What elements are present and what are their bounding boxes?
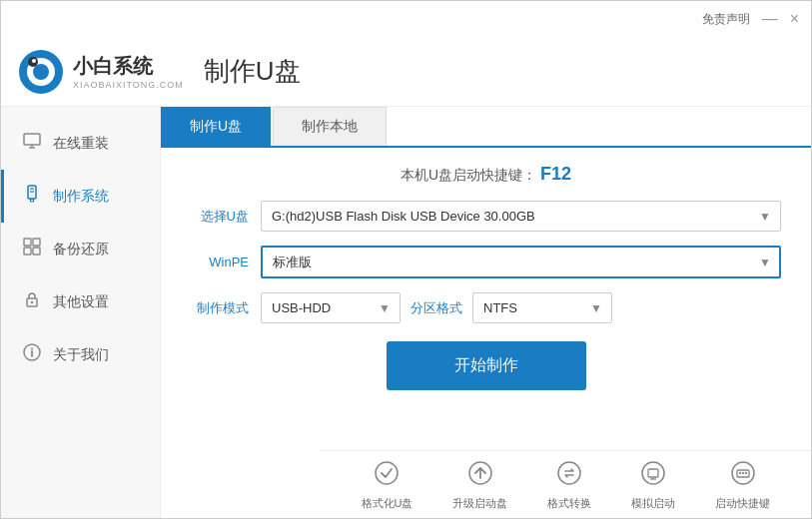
sidebar-label-about-us: 关于我们 — [53, 346, 109, 364]
upgrade-boot-icon — [467, 460, 493, 492]
tab-make-local[interactable]: 制作本地 — [273, 107, 387, 146]
active-bar — [1, 170, 4, 223]
mode-select[interactable]: USB-HDD USB-ZIP — [261, 292, 401, 323]
info-icon — [21, 342, 43, 367]
mode-partition-row: 制作模式 USB-HDD USB-ZIP ▼ 分区格式 NTFS FAT32 — [191, 292, 781, 323]
sidebar-item-make-system[interactable]: 制作系统 — [1, 170, 160, 223]
partition-label: 分区格式 — [410, 299, 462, 317]
svg-rect-14 — [24, 248, 31, 255]
svg-rect-30 — [739, 472, 741, 474]
partition-select[interactable]: NTFS FAT32 exFAT — [472, 292, 612, 323]
backup-icon — [21, 237, 43, 261]
format-usb-icon — [374, 460, 400, 492]
sidebar-label-backup-restore: 备份还原 — [53, 241, 109, 259]
mode-select-container: USB-HDD USB-ZIP ▼ — [261, 292, 401, 323]
usb-select[interactable]: G:(hd2)USB Flash Disk USB Device 30.00GB — [261, 201, 781, 232]
svg-point-17 — [31, 301, 33, 303]
hotkey-value: F12 — [540, 164, 571, 184]
svg-rect-5 — [24, 134, 40, 145]
svg-point-21 — [376, 462, 398, 484]
usb-select-wrapper: G:(hd2)USB Flash Disk USB Device 30.00GB… — [261, 201, 781, 232]
partition-select-container: NTFS FAT32 exFAT ▼ — [472, 292, 612, 323]
boot-hotkey-icon — [730, 460, 756, 492]
disclaimer-link[interactable]: 免责声明 — [702, 11, 750, 28]
tabs: 制作U盘 制作本地 — [161, 107, 811, 148]
winpe-row: WinPE 标准版 全功能版 ▼ — [191, 246, 781, 278]
toolbar-label-boot-hotkey: 启动快捷键 — [715, 496, 770, 511]
main-layout: 在线重装 制作系统 — [1, 107, 811, 519]
usb-icon — [21, 184, 43, 209]
sidebar-item-about-us[interactable]: 关于我们 — [1, 328, 160, 381]
hotkey-prefix: 本机U盘启动快捷键： — [401, 167, 536, 183]
winpe-select-wrapper: 标准版 全功能版 ▼ — [261, 246, 781, 278]
sidebar: 在线重装 制作系统 — [1, 107, 161, 519]
winpe-select-container: 标准版 全功能版 ▼ — [261, 246, 781, 278]
logo-text: 小白系统 XIAOBAIXITONG.COM — [73, 53, 184, 90]
logo-icon — [17, 48, 65, 96]
minimize-button[interactable]: — — [762, 11, 778, 27]
svg-rect-25 — [648, 469, 658, 477]
sidebar-label-make-system: 制作系统 — [53, 188, 109, 206]
svg-rect-13 — [33, 239, 40, 246]
toolbar-item-boot-hotkey[interactable]: 启动快捷键 — [715, 460, 770, 511]
sidebar-label-online-reinstall: 在线重装 — [53, 135, 109, 153]
bottom-toolbar: 格式化U盘 升级启动盘 — [321, 450, 811, 519]
svg-rect-31 — [742, 472, 744, 474]
lock-icon — [21, 289, 43, 314]
winpe-select[interactable]: 标准版 全功能版 — [261, 246, 781, 278]
toolbar-label-upgrade-boot: 升级启动盘 — [452, 496, 507, 511]
svg-rect-15 — [33, 248, 40, 255]
format-convert-icon — [556, 460, 582, 492]
toolbar-label-simulate-boot: 模拟启动 — [631, 496, 675, 511]
svg-rect-12 — [24, 239, 31, 246]
toolbar-item-format-usb[interactable]: 格式化U盘 — [362, 460, 413, 511]
svg-point-20 — [31, 348, 33, 350]
svg-point-23 — [558, 462, 580, 484]
toolbar-item-upgrade-boot[interactable]: 升级启动盘 — [452, 460, 507, 511]
logo-sub: XIAOBAIXITONG.COM — [73, 80, 184, 90]
svg-rect-32 — [745, 472, 747, 474]
svg-point-2 — [33, 64, 49, 80]
logo-area: 小白系统 XIAOBAIXITONG.COM — [17, 48, 184, 96]
simulate-boot-icon — [640, 460, 666, 492]
page-title: 制作U盘 — [204, 54, 301, 89]
toolbar-item-simulate-boot[interactable]: 模拟启动 — [631, 460, 675, 511]
start-make-button[interactable]: 开始制作 — [387, 341, 586, 390]
mode-label: 制作模式 — [191, 299, 261, 317]
winpe-label: WinPE — [191, 255, 261, 269]
sidebar-item-online-reinstall[interactable]: 在线重装 — [1, 117, 160, 170]
svg-rect-9 — [31, 199, 34, 202]
svg-point-4 — [32, 59, 36, 63]
monitor-icon — [21, 131, 43, 156]
content-area: 制作U盘 制作本地 本机U盘启动快捷键： F12 选择U盘 G:(hd2)USB… — [161, 107, 811, 519]
toolbar-label-format-convert: 格式转换 — [547, 496, 591, 511]
svg-point-24 — [642, 462, 664, 484]
toolbar-item-format-convert[interactable]: 格式转换 — [547, 460, 591, 511]
titlebar-actions: 免责声明 — × — [702, 11, 799, 28]
form-area: 本机U盘启动快捷键： F12 选择U盘 G:(hd2)USB Flash Dis… — [161, 148, 811, 406]
usb-select-row: 选择U盘 G:(hd2)USB Flash Disk USB Device 30… — [191, 201, 781, 232]
toolbar-label-format-usb: 格式化U盘 — [362, 496, 413, 511]
hotkey-hint: 本机U盘启动快捷键： F12 — [191, 164, 781, 185]
close-button[interactable]: × — [790, 11, 799, 27]
usb-select-container: G:(hd2)USB Flash Disk USB Device 30.00GB… — [261, 201, 781, 232]
sidebar-item-backup-restore[interactable]: 备份还原 — [1, 223, 160, 275]
usb-label: 选择U盘 — [191, 208, 261, 226]
titlebar: 免责声明 — × — [1, 1, 811, 37]
split-field: USB-HDD USB-ZIP ▼ 分区格式 NTFS FAT32 exFAT … — [261, 292, 781, 323]
sidebar-label-other-settings: 其他设置 — [53, 293, 109, 311]
tab-make-usb[interactable]: 制作U盘 — [161, 107, 271, 146]
sidebar-item-other-settings[interactable]: 其他设置 — [1, 275, 160, 328]
logo-title: 小白系统 — [73, 53, 184, 80]
header: 小白系统 XIAOBAIXITONG.COM 制作U盘 — [1, 37, 811, 107]
